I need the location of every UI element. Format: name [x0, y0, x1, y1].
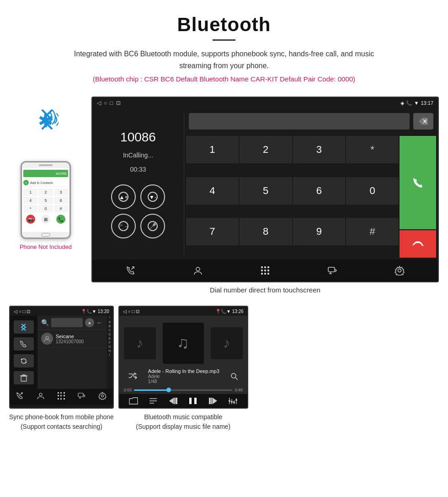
music-progress-dot: [166, 388, 171, 392]
pb-nav-contacts[interactable]: [31, 392, 51, 402]
svg-marker-25: [21, 358, 22, 360]
pb-delete-btn[interactable]: [14, 371, 34, 384]
key-8[interactable]: 8: [240, 218, 292, 245]
svg-marker-55: [213, 398, 217, 404]
key-4[interactable]: 4: [186, 177, 239, 205]
nav-calls-btn[interactable]: [97, 265, 164, 276]
svg-point-43: [101, 395, 104, 397]
svg-rect-18: [264, 270, 266, 271]
location-icon: ◈: [400, 100, 404, 106]
pb-nav-calls[interactable]: [10, 392, 31, 402]
phonebook-screen: ◁ ○ □ ⊡ 📍📞▼ 13:20: [9, 306, 114, 409]
phone-home-button: [41, 233, 50, 237]
nav-dialpad-btn[interactable]: [231, 265, 299, 276]
key-hash[interactable]: #: [346, 218, 399, 245]
svg-point-13: [196, 267, 200, 271]
pb-nav-dialpad[interactable]: [51, 392, 72, 402]
nav-transfer-btn[interactable]: [299, 265, 366, 276]
svg-rect-39: [58, 398, 59, 400]
svg-text:♫: ♫: [177, 333, 189, 352]
answer-call-btn[interactable]: [400, 136, 436, 229]
numpad-hash: #: [54, 205, 68, 212]
end-call-btn[interactable]: [400, 230, 436, 258]
pb-bluetooth-btn[interactable]: [14, 320, 34, 334]
equalizer-icon[interactable]: [228, 397, 238, 405]
pb-search-icon: 🔍: [41, 319, 49, 326]
main-screen-section: ◁ ○ □ ⊡ ◈ 📞 ▼ 13:17 10086 InCalling...: [91, 97, 439, 301]
main-caption: Dial number direct from touchscreen: [91, 286, 439, 294]
previous-track-icon[interactable]: [168, 397, 178, 405]
music-artist: Adele: [148, 374, 219, 379]
music-progress-bar[interactable]: [134, 389, 232, 391]
key-5[interactable]: 5: [240, 177, 292, 205]
album-art-main: ♫: [163, 323, 204, 364]
svg-rect-17: [261, 270, 263, 271]
key-0[interactable]: 0: [346, 177, 399, 205]
volume-down-btn[interactable]: ▼-: [140, 184, 165, 209]
status-left: ◁ ○ □ ⊡: [97, 100, 121, 106]
phone-bottom-bar: [22, 232, 69, 238]
pb-sync-btn[interactable]: [14, 354, 34, 367]
pb-nav-settings[interactable]: [92, 392, 113, 402]
key-2[interactable]: 2: [240, 136, 292, 163]
svg-point-64: [233, 401, 235, 403]
music-title: Adele - Rolling In the Deep.mp3: [148, 368, 219, 374]
keypad-area: 1 2 3 * 4 5 6 0 7 8 9 #: [184, 134, 438, 259]
numpad-5: 5: [38, 197, 53, 204]
phone-call-btn: 📞: [56, 215, 65, 224]
transfer-btn[interactable]: 📱→: [111, 214, 136, 238]
open-folder-icon[interactable]: [128, 397, 139, 405]
svg-point-62: [229, 400, 230, 402]
phone-numpad: 1 2 3 4 5 6 * 0 #: [23, 189, 68, 212]
svg-text:📱→: 📱→: [118, 223, 128, 229]
mute-btn[interactable]: 🎤: [140, 214, 165, 238]
volume-up-btn[interactable]: ▲+: [111, 184, 136, 209]
alpha-c: C: [107, 328, 113, 332]
svg-point-45: [231, 373, 236, 378]
phone-contact-row: + Add to Contacts: [23, 179, 68, 187]
nav-settings-btn[interactable]: [366, 265, 433, 276]
alpha-f: F: [107, 340, 113, 345]
music-current-time: 2:02: [124, 388, 132, 392]
numpad-3: 3: [54, 189, 68, 196]
svg-rect-52: [176, 398, 177, 404]
pb-search-bar[interactable]: [51, 318, 83, 327]
signal-icon: ▼: [414, 100, 419, 106]
svg-point-65: [235, 399, 237, 401]
playlist-icon[interactable]: [149, 397, 159, 405]
svg-rect-19: [267, 270, 269, 271]
key-1[interactable]: 1: [186, 136, 239, 163]
screenshot-icon: ⊡: [116, 100, 121, 106]
key-3[interactable]: 3: [293, 136, 346, 163]
phonebook-section: ◁ ○ □ ⊡ 📍📞▼ 13:20: [9, 306, 114, 432]
album-art-left: ♪: [124, 327, 156, 359]
phone-action-row: 📷 ⊞ 📞: [23, 215, 68, 224]
key-star[interactable]: *: [346, 136, 399, 163]
key-6[interactable]: 6: [293, 177, 346, 205]
svg-point-30: [46, 336, 48, 339]
backspace-btn[interactable]: [413, 113, 433, 130]
pb-contact-row[interactable]: Seicane 13241007000: [37, 330, 107, 348]
pb-sidebar: [10, 316, 37, 389]
alpha-d: D: [107, 332, 113, 336]
next-track-icon[interactable]: [208, 397, 218, 405]
music-search-icon[interactable]: [230, 372, 238, 380]
shuffle-icon: [128, 373, 138, 380]
pb-call-btn[interactable]: [14, 337, 34, 351]
key-7[interactable]: 7: [186, 218, 239, 245]
album-art-right: ♪: [211, 327, 243, 359]
play-pause-icon[interactable]: [188, 397, 198, 405]
dialer-input-box[interactable]: [189, 113, 410, 130]
recents-icon: □: [110, 100, 113, 106]
key-9[interactable]: 9: [293, 218, 346, 245]
phone-back-btn: ⊞: [41, 215, 50, 224]
svg-text:🎤: 🎤: [149, 222, 156, 229]
pb-nav-transfer[interactable]: [72, 392, 92, 402]
svg-rect-36: [58, 395, 59, 396]
nav-contacts-btn[interactable]: [164, 265, 231, 276]
svg-rect-21: [264, 273, 266, 275]
bluetooth-icon: [36, 106, 59, 133]
svg-point-63: [231, 401, 233, 403]
svg-rect-57: [209, 398, 211, 404]
svg-rect-40: [60, 398, 62, 400]
